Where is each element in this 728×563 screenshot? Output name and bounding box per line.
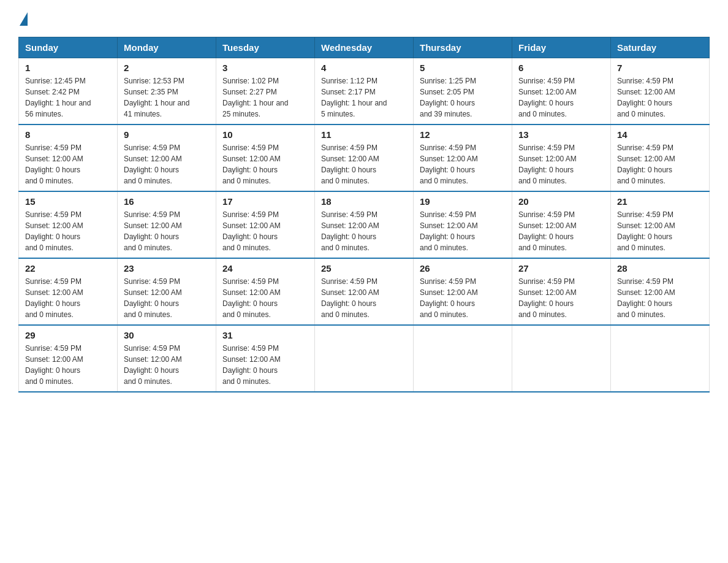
week-row-5: 29Sunrise: 4:59 PMSunset: 12:00 AMDaylig…: [19, 325, 710, 392]
page: SundayMondayTuesdayWednesdayThursdayFrid…: [0, 0, 728, 563]
day-cell-26: 26Sunrise: 4:59 PMSunset: 12:00 AMDaylig…: [414, 258, 512, 325]
day-number: 18: [321, 196, 407, 207]
empty-cell: [315, 325, 414, 392]
day-info: Sunrise: 4:59 PMSunset: 12:00 AMDaylight…: [222, 276, 308, 320]
empty-cell: [512, 325, 611, 392]
day-cell-8: 8Sunrise: 4:59 PMSunset: 12:00 AMDayligh…: [19, 124, 118, 191]
day-cell-15: 15Sunrise: 4:59 PMSunset: 12:00 AMDaylig…: [19, 191, 118, 258]
day-cell-20: 20Sunrise: 4:59 PMSunset: 12:00 AMDaylig…: [512, 191, 611, 258]
day-cell-12: 12Sunrise: 4:59 PMSunset: 12:00 AMDaylig…: [414, 124, 512, 191]
day-number: 10: [222, 129, 308, 140]
day-cell-1: 1Sunrise: 12:45 PMSunset: 2:42 PMDayligh…: [19, 58, 118, 125]
day-number: 23: [124, 263, 210, 274]
day-cell-9: 9Sunrise: 4:59 PMSunset: 12:00 AMDayligh…: [118, 124, 216, 191]
day-info: Sunrise: 4:59 PMSunset: 12:00 AMDaylight…: [321, 142, 407, 186]
day-cell-16: 16Sunrise: 4:59 PMSunset: 12:00 AMDaylig…: [118, 191, 216, 258]
calendar-table: SundayMondayTuesdayWednesdayThursdayFrid…: [18, 37, 710, 393]
day-number: 27: [518, 263, 604, 274]
day-number: 5: [420, 63, 506, 73]
day-cell-14: 14Sunrise: 4:59 PMSunset: 12:00 AMDaylig…: [611, 124, 710, 191]
day-number: 12: [420, 129, 506, 140]
day-cell-19: 19Sunrise: 4:59 PMSunset: 12:00 AMDaylig…: [414, 191, 512, 258]
day-number: 3: [222, 63, 308, 73]
day-cell-18: 18Sunrise: 4:59 PMSunset: 12:00 AMDaylig…: [315, 191, 414, 258]
day-info: Sunrise: 12:53 PMSunset: 2:35 PMDaylight…: [124, 75, 210, 120]
day-info: Sunrise: 4:59 PMSunset: 12:00 AMDaylight…: [124, 343, 210, 387]
day-cell-5: 5Sunrise: 1:25 PMSunset: 2:05 PMDaylight…: [414, 58, 512, 125]
day-info: Sunrise: 4:59 PMSunset: 12:00 AMDaylight…: [617, 142, 703, 186]
day-info: Sunrise: 4:59 PMSunset: 12:00 AMDaylight…: [222, 142, 308, 186]
day-number: 7: [617, 63, 703, 73]
day-number: 13: [518, 129, 604, 140]
day-info: Sunrise: 4:59 PMSunset: 12:00 AMDaylight…: [124, 209, 210, 253]
day-cell-29: 29Sunrise: 4:59 PMSunset: 12:00 AMDaylig…: [19, 325, 118, 392]
col-header-friday: Friday: [512, 37, 611, 58]
day-number: 30: [124, 330, 210, 340]
day-number: 31: [222, 330, 308, 340]
day-info: Sunrise: 4:59 PMSunset: 12:00 AMDaylight…: [222, 343, 308, 387]
day-info: Sunrise: 4:59 PMSunset: 12:00 AMDaylight…: [617, 209, 703, 253]
day-number: 29: [25, 330, 111, 340]
day-info: Sunrise: 4:59 PMSunset: 12:00 AMDaylight…: [25, 209, 111, 253]
day-number: 9: [124, 129, 210, 140]
day-number: 22: [25, 263, 111, 274]
day-number: 24: [222, 263, 308, 274]
week-row-1: 1Sunrise: 12:45 PMSunset: 2:42 PMDayligh…: [19, 58, 710, 125]
day-info: Sunrise: 4:59 PMSunset: 12:00 AMDaylight…: [321, 276, 407, 320]
day-cell-25: 25Sunrise: 4:59 PMSunset: 12:00 AMDaylig…: [315, 258, 414, 325]
week-row-4: 22Sunrise: 4:59 PMSunset: 12:00 AMDaylig…: [19, 258, 710, 325]
day-info: Sunrise: 4:59 PMSunset: 12:00 AMDaylight…: [617, 75, 703, 120]
col-header-wednesday: Wednesday: [315, 37, 414, 58]
day-info: Sunrise: 4:59 PMSunset: 12:00 AMDaylight…: [617, 276, 703, 320]
day-number: 8: [25, 129, 111, 140]
day-number: 28: [617, 263, 703, 274]
day-cell-4: 4Sunrise: 1:12 PMSunset: 2:17 PMDaylight…: [315, 58, 414, 125]
col-header-monday: Monday: [118, 37, 216, 58]
day-cell-7: 7Sunrise: 4:59 PMSunset: 12:00 AMDayligh…: [611, 58, 710, 125]
col-header-tuesday: Tuesday: [216, 37, 315, 58]
day-cell-6: 6Sunrise: 4:59 PMSunset: 12:00 AMDayligh…: [512, 58, 611, 125]
day-cell-23: 23Sunrise: 4:59 PMSunset: 12:00 AMDaylig…: [118, 258, 216, 325]
day-cell-27: 27Sunrise: 4:59 PMSunset: 12:00 AMDaylig…: [512, 258, 611, 325]
day-info: Sunrise: 4:59 PMSunset: 12:00 AMDaylight…: [25, 343, 111, 387]
day-info: Sunrise: 12:45 PMSunset: 2:42 PMDaylight…: [25, 75, 111, 120]
day-info: Sunrise: 4:59 PMSunset: 12:00 AMDaylight…: [518, 75, 604, 120]
day-number: 16: [124, 196, 210, 207]
header: [18, 12, 710, 26]
day-number: 15: [25, 196, 111, 207]
day-cell-30: 30Sunrise: 4:59 PMSunset: 12:00 AMDaylig…: [118, 325, 216, 392]
col-header-thursday: Thursday: [414, 37, 512, 58]
day-cell-22: 22Sunrise: 4:59 PMSunset: 12:00 AMDaylig…: [19, 258, 118, 325]
empty-cell: [414, 325, 512, 392]
day-info: Sunrise: 4:59 PMSunset: 12:00 AMDaylight…: [518, 142, 604, 186]
day-cell-17: 17Sunrise: 4:59 PMSunset: 12:00 AMDaylig…: [216, 191, 315, 258]
day-number: 20: [518, 196, 604, 207]
day-cell-10: 10Sunrise: 4:59 PMSunset: 12:00 AMDaylig…: [216, 124, 315, 191]
calendar-header-row: SundayMondayTuesdayWednesdayThursdayFrid…: [19, 37, 710, 58]
col-header-saturday: Saturday: [611, 37, 710, 58]
day-number: 26: [420, 263, 506, 274]
empty-cell: [611, 325, 710, 392]
day-info: Sunrise: 4:59 PMSunset: 12:00 AMDaylight…: [25, 142, 111, 186]
logo: [18, 12, 29, 26]
day-number: 1: [25, 63, 111, 73]
day-number: 17: [222, 196, 308, 207]
day-info: Sunrise: 4:59 PMSunset: 12:00 AMDaylight…: [420, 276, 506, 320]
day-number: 21: [617, 196, 703, 207]
day-info: Sunrise: 4:59 PMSunset: 12:00 AMDaylight…: [420, 142, 506, 186]
day-number: 6: [518, 63, 604, 73]
day-info: Sunrise: 1:12 PMSunset: 2:17 PMDaylight:…: [321, 75, 407, 120]
day-number: 4: [321, 63, 407, 73]
day-info: Sunrise: 4:59 PMSunset: 12:00 AMDaylight…: [222, 209, 308, 253]
week-row-2: 8Sunrise: 4:59 PMSunset: 12:00 AMDayligh…: [19, 124, 710, 191]
day-cell-31: 31Sunrise: 4:59 PMSunset: 12:00 AMDaylig…: [216, 325, 315, 392]
day-cell-24: 24Sunrise: 4:59 PMSunset: 12:00 AMDaylig…: [216, 258, 315, 325]
day-number: 14: [617, 129, 703, 140]
day-info: Sunrise: 1:25 PMSunset: 2:05 PMDaylight:…: [420, 75, 506, 120]
day-cell-13: 13Sunrise: 4:59 PMSunset: 12:00 AMDaylig…: [512, 124, 611, 191]
day-info: Sunrise: 4:59 PMSunset: 12:00 AMDaylight…: [321, 209, 407, 253]
day-info: Sunrise: 4:59 PMSunset: 12:00 AMDaylight…: [25, 276, 111, 320]
day-number: 2: [124, 63, 210, 73]
col-header-sunday: Sunday: [19, 37, 118, 58]
logo-triangle-icon: [20, 12, 28, 26]
